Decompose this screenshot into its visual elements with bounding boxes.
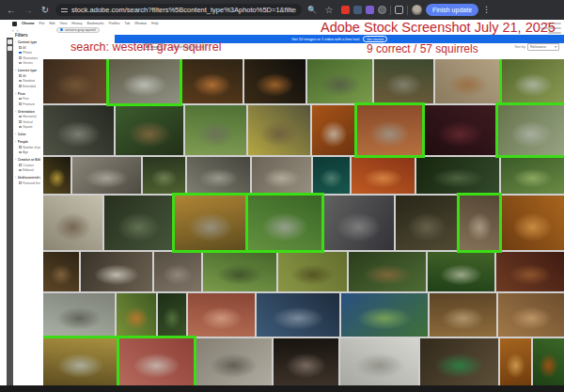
round-extension-icon[interactable] <box>378 6 386 14</box>
result-photo[interactable] <box>81 252 152 291</box>
checkbox[interactable] <box>19 62 22 65</box>
result-photo[interactable] <box>396 196 458 250</box>
result-photo[interactable] <box>501 157 564 194</box>
result-photo[interactable] <box>340 338 418 385</box>
result-photo[interactable] <box>533 338 564 385</box>
result-photo-highlighted[interactable] <box>357 105 422 155</box>
result-photo[interactable] <box>501 196 564 250</box>
checkbox[interactable] <box>19 151 22 154</box>
filter-option[interactable]: Number of people <box>19 146 40 149</box>
checkbox[interactable] <box>19 85 22 87</box>
filter-option[interactable]: Illustrations <box>19 56 40 60</box>
result-photo[interactable] <box>43 59 107 103</box>
result-photo[interactable] <box>257 293 338 337</box>
menu-item[interactable]: Bookmarks <box>87 22 104 25</box>
result-photo[interactable] <box>500 338 532 385</box>
result-photo-highlighted[interactable] <box>175 196 246 250</box>
result-photo[interactable] <box>349 252 426 291</box>
checkbox[interactable] <box>19 146 22 149</box>
reload-icon[interactable]: ↻ <box>39 6 52 15</box>
result-photo[interactable] <box>143 157 185 194</box>
checkbox[interactable] <box>19 181 22 184</box>
result-photo-highlighted[interactable] <box>43 338 118 385</box>
result-photo[interactable] <box>424 105 495 155</box>
result-photo[interactable] <box>341 293 429 337</box>
forward-icon[interactable]: → <box>22 6 35 15</box>
result-photo[interactable] <box>430 293 496 337</box>
filter-option[interactable]: Premium <box>19 102 40 106</box>
filter-section-header[interactable]: ›Creative or Editorial <box>15 158 40 162</box>
result-photo[interactable] <box>274 338 337 385</box>
result-photo-highlighted[interactable] <box>248 196 321 250</box>
checkbox[interactable] <box>19 52 22 55</box>
menu-item[interactable]: Help <box>151 22 158 25</box>
result-photo[interactable] <box>154 252 201 291</box>
filter-option[interactable]: Free <box>19 97 40 101</box>
result-photo[interactable] <box>496 252 564 291</box>
result-photo[interactable] <box>187 157 251 194</box>
purple-extension-icon[interactable] <box>366 6 374 14</box>
filter-option[interactable]: Photos <box>19 51 40 55</box>
result-photo-highlighted[interactable] <box>119 338 194 385</box>
checkbox[interactable] <box>19 98 22 101</box>
result-photo[interactable] <box>72 157 141 194</box>
filter-option[interactable]: Square <box>19 125 40 129</box>
result-photo-highlighted[interactable] <box>460 196 498 250</box>
checkbox[interactable] <box>19 80 22 83</box>
checkbox[interactable] <box>19 74 22 77</box>
filter-option[interactable]: Creative <box>19 164 40 167</box>
menu-item[interactable]: History <box>71 22 82 25</box>
checkbox[interactable] <box>19 116 22 118</box>
filter-option[interactable]: Age <box>19 150 40 154</box>
strip-tool-icon[interactable] <box>8 46 12 51</box>
result-photo[interactable] <box>416 157 498 194</box>
filter-option[interactable]: Standard <box>19 79 40 83</box>
checkbox[interactable] <box>19 56 22 59</box>
browser-menu-icon[interactable]: ⋮ <box>482 6 491 14</box>
result-photo[interactable] <box>244 59 306 103</box>
result-photo[interactable] <box>352 157 415 194</box>
menu-item[interactable]: Tab <box>124 22 130 25</box>
sort-dropdown[interactable]: Relevance ▾ <box>527 43 559 51</box>
filter-section-header[interactable]: ›Content type <box>15 40 40 44</box>
finish-update-button[interactable]: Finish update <box>426 4 478 16</box>
result-photo[interactable] <box>374 59 433 103</box>
menu-item[interactable]: Window <box>134 22 147 25</box>
promo-button[interactable]: Get started <box>363 36 387 42</box>
result-photo[interactable] <box>181 59 243 103</box>
result-photo[interactable] <box>158 293 186 337</box>
address-bar[interactable]: stock.adobe.com/search?filters%5Bcontent… <box>55 4 302 16</box>
result-photo[interactable] <box>185 105 246 155</box>
search-icon[interactable]: 🔍 <box>306 7 319 14</box>
result-photo[interactable] <box>307 59 371 103</box>
result-photo[interactable] <box>313 157 350 194</box>
checkbox[interactable] <box>19 120 22 123</box>
result-photo[interactable] <box>43 293 115 337</box>
result-photo[interactable] <box>117 293 156 337</box>
strip-tool-icon[interactable] <box>8 39 12 44</box>
result-photo[interactable] <box>428 252 494 291</box>
back-icon[interactable]: ← <box>5 6 18 15</box>
result-photo[interactable] <box>248 105 310 155</box>
filter-option[interactable]: Vertical <box>19 120 40 124</box>
filter-option[interactable]: Horizontal <box>19 115 40 118</box>
result-photo[interactable] <box>116 105 182 155</box>
result-photo[interactable] <box>420 338 498 385</box>
result-photo[interactable] <box>498 293 564 337</box>
result-photo[interactable] <box>104 196 173 250</box>
result-photo[interactable] <box>43 196 102 250</box>
checkbox[interactable] <box>19 46 22 49</box>
filter-section-header[interactable]: ›Price <box>15 92 40 96</box>
result-photo[interactable] <box>203 252 277 291</box>
menu-item[interactable]: Profiles <box>109 22 120 25</box>
checkbox[interactable] <box>19 169 22 172</box>
filter-option[interactable]: Vectors <box>19 61 40 65</box>
sidepanel-icon[interactable] <box>395 6 403 14</box>
result-photo[interactable] <box>43 157 70 194</box>
filter-option[interactable]: Extended <box>19 85 40 88</box>
checkbox[interactable] <box>19 102 22 105</box>
result-photo[interactable] <box>188 293 255 337</box>
menu-item[interactable]: View <box>60 22 68 25</box>
filter-section-header[interactable]: ›License type <box>15 69 40 72</box>
result-photo-highlighted[interactable] <box>502 59 564 103</box>
